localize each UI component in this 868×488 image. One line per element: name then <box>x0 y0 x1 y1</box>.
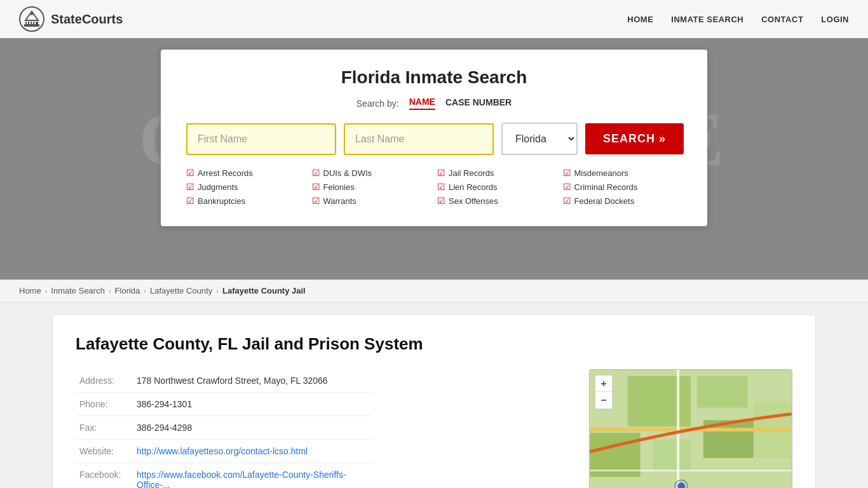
first-name-input[interactable] <box>186 123 336 155</box>
info-table: Address:178 Northwest Crawford Street, M… <box>76 369 372 488</box>
nav-login[interactable]: LOGIN <box>821 15 849 24</box>
check-icon: ☑ <box>563 168 571 178</box>
checklist-label: Bankruptcies <box>198 196 245 206</box>
info-label: Facebook: <box>76 463 133 489</box>
check-icon: ☑ <box>186 196 194 206</box>
checklist-label: Criminal Records <box>574 182 638 192</box>
info-value: 386-294-1301 <box>133 393 372 416</box>
info-row: Facebook:https://www.facebook.com/Lafaye… <box>76 463 372 489</box>
breadcrumb-inmate-search[interactable]: Inmate Search <box>51 286 105 295</box>
check-icon: ☑ <box>312 168 320 178</box>
nav-contact[interactable]: CONTACT <box>761 15 803 24</box>
brand-name: StateCourts <box>51 12 123 27</box>
map-zoom-out[interactable]: − <box>595 392 612 409</box>
sep4: › <box>216 287 219 295</box>
nav-home[interactable]: HOME <box>627 15 653 24</box>
content-title: Lafayette County, FL Jail and Prison Sys… <box>76 334 792 354</box>
check-icon: ☑ <box>563 182 571 192</box>
info-row: Website:http://www.lafayetteso.org/conta… <box>76 440 372 463</box>
checklist-item: ☑Misdemeanors <box>563 168 682 178</box>
svg-rect-10 <box>628 376 691 426</box>
content-card: Lafayette County, FL Jail and Prison Sys… <box>53 315 815 488</box>
breadcrumb-current: Lafayette County Jail <box>222 286 306 295</box>
check-icon: ☑ <box>437 168 445 178</box>
nav: StateCourts HOME INMATE SEARCH CONTACT L… <box>0 0 868 38</box>
logo-icon <box>19 6 44 32</box>
svg-rect-6 <box>36 22 37 25</box>
checklist-item: ☑Felonies <box>312 182 431 192</box>
checklist-label: Federal Dockets <box>574 196 635 206</box>
checklist-label: Lien Records <box>449 182 498 192</box>
checklist-item: ☑Bankruptcies <box>186 196 306 206</box>
checklist-label: Sex Offenses <box>449 196 498 206</box>
checklist-item: ☑Jail Records <box>437 168 557 178</box>
info-row: Phone:386-294-1301 <box>76 393 372 416</box>
checklist-item: ☑Federal Dockets <box>563 196 682 206</box>
info-label: Fax: <box>76 416 133 440</box>
check-icon: ☑ <box>437 182 445 192</box>
svg-rect-4 <box>31 22 32 25</box>
nav-inmate-search[interactable]: INMATE SEARCH <box>671 15 743 24</box>
last-name-input[interactable] <box>344 123 494 155</box>
map-zoom-in[interactable]: + <box>595 376 612 392</box>
checklist-label: Arrest Records <box>198 168 253 178</box>
checklist-label: Misdemeanors <box>574 168 628 178</box>
navbar: StateCourts HOME INMATE SEARCH CONTACT L… <box>0 0 868 280</box>
checklist-item: ☑Judgments <box>186 182 306 192</box>
check-icon: ☑ <box>312 196 320 206</box>
sep2: › <box>109 287 111 295</box>
svg-rect-7 <box>37 22 38 25</box>
checklist-item: ☑Criminal Records <box>563 182 682 192</box>
checklist-item: ☑Lien Records <box>437 182 557 192</box>
checklist-label: Felonies <box>323 182 355 192</box>
info-value[interactable]: https://www.facebook.com/Lafayette-Count… <box>133 463 372 489</box>
checklist-item: ☑Sex Offenses <box>437 196 557 206</box>
svg-rect-5 <box>33 22 34 25</box>
info-label: Website: <box>76 440 133 463</box>
info-link[interactable]: http://www.lafayetteso.org/contact-lcso.… <box>137 446 308 456</box>
checklist-label: Judgments <box>198 182 238 192</box>
checklist-item: ☑DUIs & DWIs <box>312 168 431 178</box>
search-inputs-row: Florida Alabama Georgia Texas SEARCH » <box>186 123 682 155</box>
info-row: Address:178 Northwest Crawford Street, M… <box>76 369 372 393</box>
check-icon: ☑ <box>312 182 320 192</box>
tab-name[interactable]: NAME <box>409 97 435 110</box>
breadcrumb-home[interactable]: Home <box>19 286 41 295</box>
svg-rect-3 <box>28 22 29 25</box>
checklist-label: Warrants <box>323 196 356 206</box>
info-link[interactable]: https://www.facebook.com/Lafayette-Count… <box>137 470 346 488</box>
map-controls: + − <box>595 375 613 409</box>
brand-logo[interactable]: StateCourts <box>19 6 123 32</box>
checklist-item: ☑Warrants <box>312 196 431 206</box>
svg-rect-11 <box>697 376 747 408</box>
breadcrumb-lafayette-county[interactable]: Lafayette County <box>150 286 212 295</box>
info-value[interactable]: http://www.lafayetteso.org/contact-lcso.… <box>133 440 372 463</box>
breadcrumb-florida[interactable]: Florida <box>115 286 140 295</box>
map-container: + − <box>589 369 792 488</box>
content-area: Lafayette County, FL Jail and Prison Sys… <box>0 302 868 488</box>
check-icon: ☑ <box>563 196 571 206</box>
sep1: › <box>45 287 48 295</box>
info-label: Phone: <box>76 393 133 416</box>
check-icon: ☑ <box>186 182 194 192</box>
tab-case-number[interactable]: CASE NUMBER <box>445 97 512 109</box>
checklist-grid: ☑Arrest Records☑DUIs & DWIs☑Jail Records… <box>186 168 682 206</box>
breadcrumb: Home › Inmate Search › Florida › Lafayet… <box>0 280 868 302</box>
checklist-label: DUIs & DWIs <box>323 168 372 178</box>
search-card: Florida Inmate Search Search by: NAME CA… <box>161 50 707 226</box>
sep3: › <box>144 287 146 295</box>
checklist-item: ☑Arrest Records <box>186 168 306 178</box>
check-icon: ☑ <box>186 168 194 178</box>
map-svg <box>590 370 792 488</box>
info-label: Address: <box>76 369 133 393</box>
svg-rect-2 <box>25 22 27 25</box>
search-by-label: Search by: <box>356 98 399 109</box>
state-select[interactable]: Florida Alabama Georgia Texas <box>501 123 578 155</box>
info-row: Fax:386-294-4298 <box>76 416 372 440</box>
svg-point-8 <box>31 13 33 15</box>
search-title: Florida Inmate Search <box>186 67 682 88</box>
info-value: 178 Northwest Crawford Street, Mayo, FL … <box>133 369 372 393</box>
info-value: 386-294-4298 <box>133 416 372 440</box>
check-icon: ☑ <box>437 196 445 206</box>
search-button[interactable]: SEARCH » <box>585 123 684 154</box>
